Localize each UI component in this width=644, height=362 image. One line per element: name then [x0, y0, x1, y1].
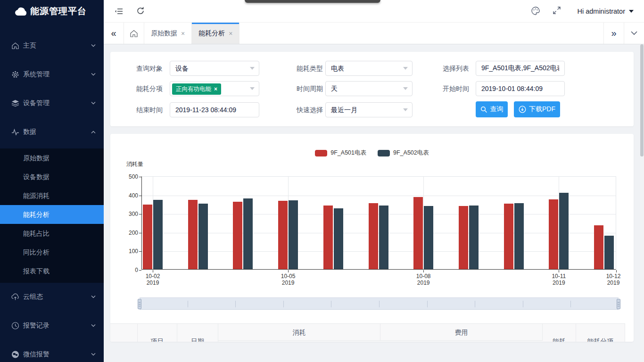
chevron-down-icon	[91, 101, 96, 105]
remove-tag-icon[interactable]: ×	[214, 83, 217, 95]
quick-select[interactable]: 最近一月	[325, 102, 413, 117]
y-axis-tick	[139, 196, 141, 196]
query-button[interactable]: 查询	[476, 101, 508, 117]
sidebar-item-label: 系统管理	[23, 70, 50, 79]
app-root: 能源管理平台 主页 系统管理 设备管理 数据 原始数据 设备数据 能源消耗	[0, 0, 644, 362]
sidebar-item-cloud-config[interactable]: 云组态	[0, 282, 104, 311]
table-column-header-费用: 费用	[380, 324, 543, 341]
meter-list-input[interactable]	[476, 61, 565, 76]
legend-item-a502[interactable]: 9F_A502电表	[378, 149, 429, 157]
legend-label: 9F_A502电表	[393, 149, 429, 157]
table-column-header-能耗: 能耗	[543, 324, 576, 342]
activity-icon	[11, 128, 19, 136]
home-tab-button[interactable]	[124, 23, 144, 44]
x-axis-label: 10-122019	[597, 273, 630, 286]
tab-energy-analysis[interactable]: 能耗分析 ×	[192, 23, 239, 44]
theme-button[interactable]	[531, 6, 541, 16]
y-axis-tick	[139, 214, 141, 214]
chart-panel: 9F_A501电表 9F_A502电表 消耗量 0100200300400500…	[110, 134, 634, 342]
datazoom-tick	[331, 301, 331, 307]
sidebar-item-device-data[interactable]: 设备数据	[0, 167, 104, 186]
x-axis-tick	[288, 270, 289, 272]
select-value: 设备	[175, 61, 189, 75]
download-pdf-button[interactable]: 下载PDF	[514, 101, 560, 117]
energy-subitem-select[interactable]: 正向有功电能 ×	[170, 81, 259, 96]
datazoom-slider[interactable]	[140, 297, 619, 310]
y-axis-tick-label: 200	[120, 230, 138, 236]
tabs-scroll-left-button[interactable]: «	[104, 23, 124, 44]
bar-9F_A502电表-10-05	[289, 200, 298, 269]
datazoom-left-handle[interactable]	[138, 299, 141, 309]
sidebar-item-system-management[interactable]: 系统管理	[0, 60, 104, 89]
x-axis-label: 10-082019	[407, 273, 440, 286]
datazoom-tick	[235, 301, 236, 307]
start-time-input[interactable]	[476, 81, 565, 96]
sidebar-item-report-download[interactable]: 报表下载	[0, 262, 104, 280]
select-caret-icon	[403, 108, 408, 111]
select-value: 电表	[331, 61, 344, 75]
time-period-select[interactable]: 天	[325, 81, 413, 96]
sidebar-item-energy-proportion[interactable]: 能耗占比	[0, 224, 104, 243]
query-object-select[interactable]: 设备	[170, 61, 259, 76]
scrollbar-thumb[interactable]	[640, 44, 644, 156]
tab-raw-data[interactable]: 原始数据 ×	[144, 23, 192, 44]
top-header: Hi administrator	[104, 0, 644, 23]
home-icon	[11, 41, 19, 49]
sidebar-item-label: 报警记录	[23, 321, 50, 330]
user-menu[interactable]: Hi administrator	[577, 0, 634, 23]
energy-type-select[interactable]: 电表	[325, 61, 413, 76]
tabs-scroll-right-button[interactable]: »	[603, 23, 624, 44]
chevron-down-icon	[91, 73, 96, 76]
home-icon	[130, 29, 138, 38]
chevron-down-icon	[91, 353, 96, 356]
close-tab-icon[interactable]: ×	[181, 30, 185, 37]
legend-label: 9F_A501电表	[330, 149, 366, 157]
datazoom-tick	[570, 301, 571, 307]
sidebar-item-device-management[interactable]: 设备管理	[0, 89, 104, 117]
datazoom-tick	[427, 301, 428, 307]
meter-list-field	[476, 61, 565, 76]
tabs-menu-button[interactable]	[624, 23, 644, 44]
bar-9F_A502电表-10-07	[379, 206, 388, 269]
y-axis-tick-label: 400	[120, 192, 138, 199]
select-value: 最近一月	[331, 103, 357, 117]
sidebar-item-home[interactable]: 主页	[0, 31, 104, 60]
close-tab-icon[interactable]: ×	[229, 30, 232, 37]
sidebar-item-energy-analysis[interactable]: 能耗分析	[0, 205, 104, 224]
sidebar-collapse-button[interactable]	[114, 6, 124, 16]
table-column-header-日期: 日期	[177, 324, 218, 342]
chevron-down-icon	[91, 324, 96, 327]
sidebar-item-label: 设备管理	[23, 99, 50, 107]
sidebar-item-wechat-alarm[interactable]: 微信报警	[0, 340, 104, 362]
bar-9F_A502电表-10-03	[198, 204, 208, 269]
x-axis-tick	[153, 270, 153, 272]
bar-9F_A502电表-10-06	[334, 208, 343, 269]
sidebar-item-data[interactable]: 数据	[0, 117, 104, 146]
field-label-energy-subitem: 能耗分项	[110, 81, 163, 96]
user-greeting: Hi administrator	[577, 8, 625, 15]
datazoom-tick	[379, 301, 380, 307]
y-axis-tick	[139, 251, 141, 252]
sidebar-item-yoy-analysis[interactable]: 同比分析	[0, 243, 104, 262]
app-logo: 能源管理平台	[0, 0, 104, 23]
end-time-input[interactable]	[170, 102, 259, 117]
refresh-button[interactable]	[136, 6, 146, 16]
sidebar: 能源管理平台 主页 系统管理 设备管理 数据 原始数据 设备数据 能源消耗	[0, 0, 104, 362]
sidebar-item-raw-data[interactable]: 原始数据	[0, 148, 104, 167]
search-icon	[480, 106, 487, 113]
sidebar-item-energy-consumption[interactable]: 能源消耗	[0, 186, 104, 205]
scrollbar-track[interactable]	[640, 44, 644, 362]
datazoom-right-handle[interactable]	[617, 299, 620, 309]
fullscreen-icon	[553, 6, 561, 15]
bar-9F_A502电表-10-08	[424, 206, 433, 269]
gridline-y	[142, 196, 616, 196]
button-label: 查询	[490, 105, 504, 114]
y-axis-tick	[139, 177, 141, 177]
sidebar-item-alarm-records[interactable]: 报警记录	[0, 311, 104, 340]
start-time-field	[476, 81, 565, 96]
fullscreen-button[interactable]	[553, 6, 563, 16]
tab-label: 原始数据	[151, 29, 177, 38]
x-axis-label: 10-052019	[272, 273, 305, 286]
legend-item-a501[interactable]: 9F_A501电表	[315, 149, 366, 157]
field-label-select-list: 选择列表	[422, 61, 469, 76]
